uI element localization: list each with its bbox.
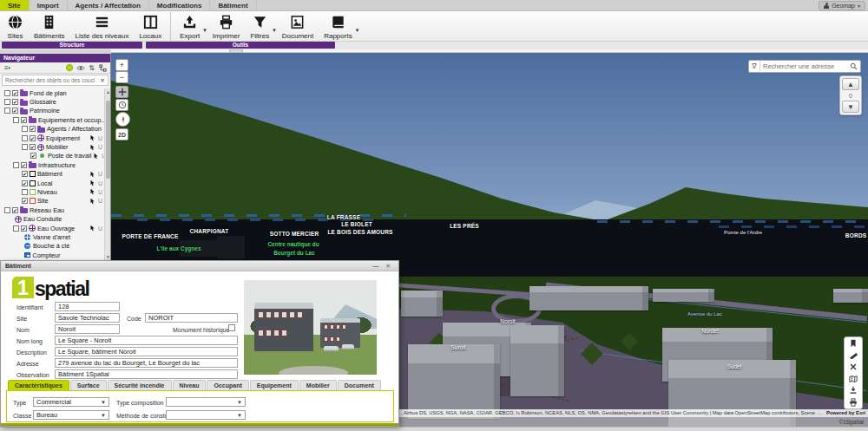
identifiant-input[interactable] (55, 302, 120, 311)
checkbox[interactable] (4, 207, 10, 213)
print-map-button[interactable] (845, 397, 861, 408)
unlink-icon[interactable]: U (98, 198, 102, 204)
checkbox-checked[interactable]: ✔ (21, 117, 27, 123)
2d-mode-button[interactable]: 2D (115, 128, 128, 140)
building-block[interactable] (510, 325, 564, 396)
tree-item[interactable]: ✔ Agents / Affectation (0, 125, 104, 134)
classe-select[interactable]: Bureau▼ (33, 410, 109, 420)
scale-visibility-icon[interactable] (64, 63, 74, 73)
building-block[interactable] (833, 289, 868, 303)
checkbox[interactable] (13, 162, 19, 168)
unlink-icon[interactable]: U (98, 189, 102, 195)
dialog-tab[interactable]: Surface (70, 380, 107, 390)
menu-tab[interactable]: Site (0, 0, 30, 10)
checkbox-checked[interactable]: ✔ (12, 207, 18, 213)
checkbox[interactable] (13, 225, 19, 232)
basemap-button[interactable] (845, 374, 861, 384)
hamburger-menu-icon[interactable]: ≡▾ (3, 63, 12, 73)
download-button[interactable] (845, 385, 861, 395)
nom-long-input[interactable] (55, 336, 238, 345)
checkbox[interactable] (4, 90, 10, 96)
type-select[interactable]: Commercial▼ (33, 397, 109, 407)
checkbox[interactable] (4, 99, 10, 105)
compass-button[interactable] (115, 112, 130, 127)
code-input[interactable] (145, 313, 238, 323)
filtres-button[interactable]: Filtres (245, 12, 274, 41)
checkbox-checked[interactable]: ✔ (30, 135, 36, 141)
step-up-button[interactable]: ▲ (842, 78, 859, 90)
dialog-tab[interactable]: Occupant (207, 380, 248, 390)
building-block[interactable] (653, 289, 714, 302)
zoom-in-button[interactable]: + (115, 59, 128, 71)
unlink-icon[interactable]: U (98, 171, 102, 177)
pan-button[interactable] (115, 86, 128, 98)
cursor-icon[interactable] (89, 134, 95, 141)
tree-item[interactable]: ✔ Patrimoine (0, 107, 104, 115)
dialog-tab[interactable]: Niveau (173, 380, 207, 390)
tree-item[interactable]: Niveau U (0, 187, 104, 196)
scroll-up-icon[interactable]: ▲ (105, 88, 111, 95)
rapports-button[interactable]: Rapports (319, 12, 357, 41)
checkbox-checked[interactable]: ✔ (22, 180, 28, 186)
checkbox[interactable] (22, 135, 28, 141)
building-block[interactable] (408, 344, 500, 419)
tree-item[interactable]: ✔ Local U (0, 179, 104, 187)
cursor-icon[interactable] (89, 180, 95, 186)
tree-item[interactable]: ✔ Bâtiment U (0, 170, 104, 179)
eye-icon[interactable] (76, 63, 85, 73)
observation-input[interactable] (55, 369, 238, 379)
checkbox-checked[interactable]: ✔ (21, 162, 27, 168)
checkbox[interactable] (22, 126, 28, 132)
checkbox-checked[interactable]: ✔ (30, 144, 36, 150)
monument-checkbox[interactable] (228, 324, 235, 331)
checkbox-checked[interactable]: ✔ (12, 90, 18, 96)
cursor-icon[interactable] (89, 198, 95, 205)
checkbox-checked[interactable]: ✔ (30, 126, 36, 132)
menu-tab[interactable]: Import (30, 0, 68, 10)
panel-collapse-handle[interactable] (229, 49, 243, 53)
sort-icon[interactable]: ⇅ (87, 63, 96, 73)
checkbox[interactable] (22, 144, 28, 150)
navigator-scrollbar[interactable]: ▲ ▼ (104, 88, 110, 260)
dialog-titlebar[interactable]: Bâtiment — ✕ (1, 261, 398, 271)
minimize-icon[interactable]: — (369, 263, 382, 269)
checkbox-checked[interactable]: ✔ (30, 153, 36, 159)
tree-item[interactable]: ✔ Infrastructure (0, 160, 104, 169)
dialog-tab[interactable]: Mobilier (299, 380, 337, 390)
cursor-icon[interactable] (89, 144, 95, 151)
export-caret-icon[interactable]: ▾ (203, 27, 207, 34)
checkbox-checked[interactable]: ✔ (22, 171, 28, 177)
user-menu[interactable]: Geomap ▾ (819, 1, 865, 10)
tree-item[interactable]: ✔ Equipement U (0, 134, 104, 142)
tree-item[interactable]: Eau Conduite (0, 214, 104, 223)
checkbox-checked[interactable]: ✔ (12, 108, 18, 114)
clear-graphics-button[interactable] (845, 362, 861, 372)
step-down-button[interactable]: ▼ (842, 101, 859, 113)
unlink-icon[interactable]: U (98, 225, 102, 232)
close-icon[interactable]: ✕ (382, 263, 394, 270)
description-input[interactable] (55, 347, 238, 356)
measure-button[interactable] (845, 349, 861, 360)
rapports-caret-icon[interactable]: ▾ (356, 27, 359, 34)
checkbox[interactable] (4, 108, 10, 114)
tree-item[interactable]: Vanne d'arret (0, 232, 104, 241)
unlink-icon[interactable]: U (98, 135, 102, 141)
type-composition-select[interactable]: ▼ (166, 397, 246, 407)
search-icon[interactable] (850, 62, 858, 70)
filtres-caret-icon[interactable]: ▾ (273, 27, 276, 34)
navigator-search-input[interactable] (3, 77, 97, 83)
tree-structure-icon[interactable] (98, 63, 108, 73)
cursor-icon[interactable] (89, 188, 95, 195)
tree-item[interactable]: ✔ Site U (0, 197, 104, 206)
tree-item[interactable]: ✔ Equipements et occup... (0, 115, 104, 124)
menu-tab[interactable]: Agents / Affectation (68, 0, 149, 10)
liste-niveaux-button[interactable]: Liste des niveaux (70, 12, 135, 41)
checkbox-checked[interactable]: ✔ (12, 99, 18, 105)
unlink-icon[interactable]: U (98, 144, 102, 150)
batiments-button[interactable]: Bâtiments (29, 12, 70, 41)
checkbox[interactable] (22, 189, 28, 195)
tree-item[interactable]: Bouche à clé (0, 242, 104, 251)
tree-item[interactable]: ✔ Glossaire (0, 97, 104, 106)
imprimer-button[interactable]: Imprimer (207, 12, 246, 41)
history-button[interactable] (115, 99, 128, 111)
